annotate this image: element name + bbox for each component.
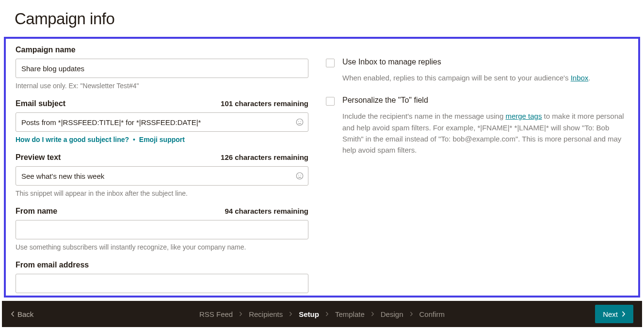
breadcrumb-step-rss-feed[interactable]: RSS Feed (199, 310, 233, 318)
inbox-option-row: Use Inbox to manage replies (326, 58, 628, 67)
breadcrumb-step-design[interactable]: Design (381, 310, 403, 318)
personalize-option-label: Personalize the "To" field (342, 96, 428, 105)
email-subject-block: Email subject 101 characters remaining H… (16, 99, 308, 143)
email-subject-label: Email subject (16, 99, 65, 108)
back-button[interactable]: Back (11, 310, 33, 318)
left-column: Campaign name Internal use only. Ex: "Ne… (16, 46, 308, 293)
inbox-help-post: . (588, 74, 590, 82)
chevron-right-icon (289, 312, 292, 316)
from-email-block: From email address (16, 261, 308, 293)
personalize-checkbox[interactable] (326, 97, 335, 106)
svg-point-3 (296, 172, 303, 179)
email-subject-links: How do I write a good subject line? • Em… (16, 136, 308, 143)
from-name-char-count: 94 characters remaining (225, 207, 308, 215)
inbox-checkbox[interactable] (326, 59, 335, 67)
from-name-label: From name (16, 207, 57, 216)
subject-line-help-link[interactable]: How do I write a good subject line? (16, 136, 129, 143)
inbox-link[interactable]: Inbox (571, 74, 589, 82)
emoji-icon[interactable] (295, 171, 305, 181)
preview-text-char-count: 126 characters remaining (221, 153, 308, 161)
chevron-right-icon (409, 312, 413, 316)
campaign-name-help: Internal use only. Ex: "Newsletter Test#… (16, 82, 308, 90)
personalize-help-pre: Include the recipient's name in the mess… (342, 112, 505, 120)
campaign-name-input[interactable] (16, 59, 308, 78)
emoji-icon[interactable] (295, 117, 305, 127)
merge-tags-link[interactable]: merge tags (505, 112, 542, 120)
chevron-right-icon (239, 312, 242, 316)
back-label: Back (17, 310, 33, 318)
personalize-option-row: Personalize the "To" field (326, 96, 628, 106)
next-button[interactable]: Next (595, 305, 633, 323)
svg-point-0 (296, 119, 303, 125)
inbox-help-pre: When enabled, replies to this campaign w… (342, 74, 571, 82)
breadcrumb-step-recipients[interactable]: Recipients (249, 310, 283, 318)
inbox-option-help: When enabled, replies to this campaign w… (342, 72, 628, 83)
preview-text-block: Preview text 126 characters remaining Th… (16, 153, 308, 197)
chevron-left-icon (11, 311, 15, 317)
preview-text-help: This snippet will appear in the inbox af… (16, 189, 308, 197)
step-breadcrumb: RSS FeedRecipientsSetupTemplateDesignCon… (199, 310, 445, 318)
breadcrumb-step-confirm[interactable]: Confirm (419, 310, 445, 318)
preview-text-label: Preview text (16, 153, 61, 162)
campaign-name-label: Campaign name (16, 46, 76, 54)
right-column: Use Inbox to manage replies When enabled… (326, 46, 628, 293)
next-label: Next (603, 310, 618, 318)
from-name-input[interactable] (16, 220, 308, 239)
svg-point-2 (301, 121, 302, 122)
svg-point-4 (298, 175, 299, 176)
form-highlight-box: Campaign name Internal use only. Ex: "Ne… (4, 37, 640, 298)
breadcrumb-step-template[interactable]: Template (335, 310, 365, 318)
link-separator: • (131, 136, 137, 143)
personalize-option-help: Include the recipient's name in the mess… (342, 110, 628, 156)
email-subject-char-count: 101 characters remaining (221, 99, 308, 108)
footer-bar: Back RSS FeedRecipientsSetupTemplateDesi… (2, 301, 642, 327)
inbox-option-label: Use Inbox to manage replies (342, 58, 441, 66)
chevron-right-icon (371, 312, 374, 316)
email-subject-input[interactable] (16, 112, 308, 132)
svg-point-1 (298, 121, 299, 122)
campaign-name-block: Campaign name Internal use only. Ex: "Ne… (16, 46, 308, 90)
emoji-support-link[interactable]: Emoji support (139, 136, 185, 143)
from-email-input[interactable] (16, 274, 308, 293)
chevron-right-icon (325, 312, 329, 316)
from-name-block: From name 94 characters remaining Use so… (16, 207, 308, 251)
from-name-help: Use something subscribers will instantly… (16, 243, 308, 251)
page-title: Campaign info (0, 0, 644, 33)
from-email-label: From email address (16, 261, 89, 269)
breadcrumb-step-setup[interactable]: Setup (299, 310, 319, 318)
chevron-right-icon (622, 311, 626, 317)
preview-text-input[interactable] (16, 166, 308, 186)
svg-point-5 (301, 175, 302, 176)
